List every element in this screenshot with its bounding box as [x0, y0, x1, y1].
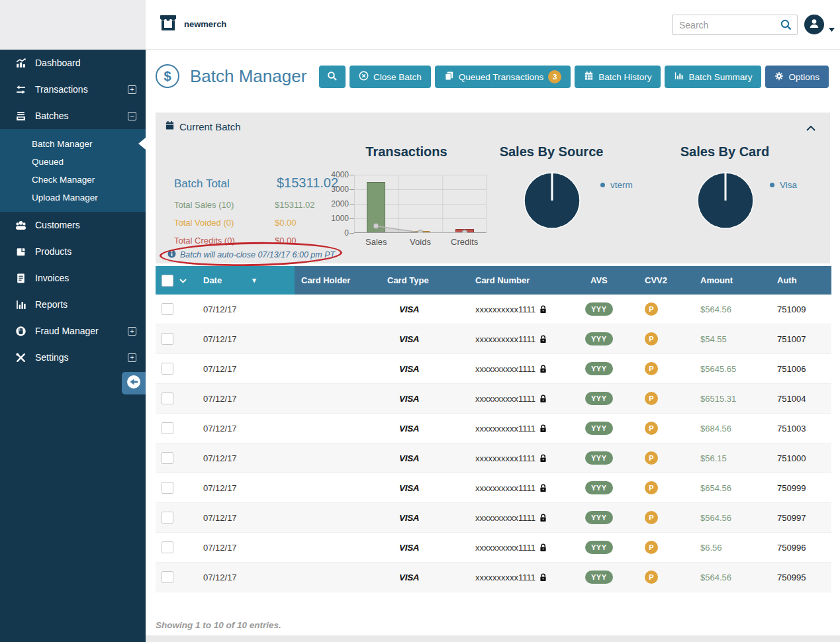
options-button[interactable]: Options — [765, 66, 829, 88]
sidebar-item-batch-manager[interactable]: Batch Manager — [0, 135, 146, 153]
lock-icon[interactable] — [539, 394, 547, 403]
sidebar-item-label: Settings — [35, 352, 69, 363]
row-checkbox[interactable] — [162, 392, 173, 404]
row-checkbox[interactable] — [162, 333, 173, 345]
y-tick-mark — [350, 175, 354, 175]
stat-value: $15311.02 — [275, 200, 315, 210]
column-header-avs[interactable]: AVS — [583, 275, 635, 285]
settings-tools-icon — [15, 352, 26, 363]
transactions-plot — [354, 175, 487, 233]
bar-chart-icon — [674, 71, 684, 83]
row-checkbox[interactable] — [162, 482, 173, 494]
cell-auth: 751004 — [761, 394, 831, 404]
column-header-cvv2[interactable]: CVV2 — [635, 275, 688, 285]
column-header-card-type[interactable]: Card Type — [381, 275, 463, 285]
sidebar-item-fraud-manager[interactable]: Fraud Manager + — [0, 318, 146, 344]
column-header-card-number[interactable]: Card Number — [463, 275, 583, 285]
lock-icon[interactable] — [539, 573, 547, 582]
column-header-auth[interactable]: Auth — [761, 275, 831, 285]
cell-auth: 750995 — [761, 573, 831, 582]
calendar-icon — [165, 120, 175, 132]
column-header-date[interactable]: Date ▾ — [195, 266, 295, 295]
row-checkbox[interactable] — [162, 571, 173, 583]
row-checkbox[interactable] — [162, 303, 173, 315]
cell-date: 07/12/17 — [195, 364, 295, 374]
sidebar-item-check-manager[interactable]: Check Manager — [0, 171, 146, 189]
batches-submenu: Batch Manager Queued Check Manager Uploa… — [0, 129, 146, 212]
row-checkbox[interactable] — [162, 512, 173, 524]
cell-avs: YYY — [583, 362, 635, 375]
transactions-icon — [15, 84, 26, 95]
table-header: Date ▾ Card Holder Card Type Card Number… — [156, 266, 831, 295]
legend-visa[interactable]: Visa — [770, 180, 797, 190]
chevron-down-icon[interactable] — [179, 275, 187, 285]
cell-auth: 751000 — [761, 453, 831, 463]
sidebar-item-queued[interactable]: Queued — [0, 153, 146, 171]
sidebar-item-products[interactable]: Products — [0, 238, 146, 265]
collapse-icon[interactable]: − — [128, 112, 136, 120]
brand-logo[interactable]: newmerch — [158, 13, 226, 34]
sidebar-item-upload-manager[interactable]: Upload Manager — [0, 189, 146, 206]
lock-icon[interactable] — [539, 335, 547, 344]
sidebar-item-transactions[interactable]: Transactions + — [0, 76, 146, 103]
lock-icon[interactable] — [539, 543, 547, 552]
search-icon[interactable] — [780, 19, 792, 34]
user-avatar[interactable] — [804, 15, 824, 34]
row-checkbox[interactable] — [162, 452, 173, 464]
column-header-card-holder[interactable]: Card Holder — [295, 275, 381, 285]
transactions-x-labels: Sales Voids Credits — [354, 237, 487, 247]
table-row: 07/12/17VISAxxxxxxxxxx1111YYYP$6515.3175… — [156, 384, 831, 414]
sub-item-label: Check Manager — [32, 175, 95, 185]
current-batch-panel: Current Batch Batch Total $15311.02 Tota… — [156, 113, 830, 263]
lock-icon[interactable] — [539, 514, 547, 522]
trend-point — [462, 230, 467, 233]
sidebar-item-reports[interactable]: Reports — [0, 291, 146, 318]
search-button[interactable] — [319, 66, 346, 88]
expand-icon[interactable]: + — [128, 353, 136, 362]
lock-icon[interactable] — [539, 454, 547, 463]
cell-auth: 751006 — [761, 364, 831, 374]
batch-history-button[interactable]: Batch History — [575, 66, 661, 88]
auto-close-note: Batch will auto-close 07/13/17 6:00 pm P… — [167, 250, 335, 260]
brand-name: newmerch — [184, 19, 226, 29]
column-header-amount[interactable]: Amount — [688, 275, 761, 285]
lock-icon[interactable] — [539, 424, 547, 433]
expand-icon[interactable]: + — [128, 327, 136, 336]
cell-avs: YYY — [583, 302, 635, 316]
lock-icon[interactable] — [539, 484, 547, 492]
search-input[interactable] — [672, 15, 798, 35]
select-all-checkbox[interactable] — [162, 275, 173, 287]
sidebar-item-dashboard[interactable]: Dashboard — [0, 50, 146, 76]
sort-caret-icon: ▾ — [252, 276, 256, 285]
row-checkbox[interactable] — [162, 363, 173, 375]
cell-amount: $564.56 — [688, 573, 761, 582]
row-checkbox[interactable] — [162, 541, 173, 553]
sidebar-item-batches[interactable]: Batches − — [0, 103, 146, 129]
cell-card-number: xxxxxxxxxx1111 — [463, 543, 583, 553]
trend-point — [373, 223, 379, 228]
close-batch-button[interactable]: Close Batch — [350, 66, 431, 88]
cell-date: 07/12/17 — [195, 304, 295, 314]
sidebar-collapse-button[interactable] — [122, 372, 146, 394]
chevron-up-icon[interactable] — [806, 122, 816, 134]
queued-transactions-button[interactable]: Queued Transactions 3 — [435, 66, 571, 88]
cell-card-type: VISA — [381, 543, 463, 553]
cvv2-badge: P — [645, 332, 658, 345]
sidebar-item-settings[interactable]: Settings + — [0, 344, 146, 371]
lock-icon[interactable] — [539, 305, 547, 314]
chevron-down-icon[interactable] — [829, 23, 835, 34]
batch-summary-button[interactable]: Batch Summary — [665, 66, 761, 88]
lock-icon[interactable] — [539, 365, 547, 373]
legend-vterm[interactable]: vterm — [600, 180, 633, 190]
sidebar-item-customers[interactable]: Customers — [0, 212, 146, 238]
cell-card-type: VISA — [381, 573, 463, 582]
cell-amount: $564.56 — [688, 304, 761, 314]
sub-item-label: Queued — [32, 157, 64, 167]
row-checkbox[interactable] — [162, 422, 173, 434]
cell-amount: $6.56 — [688, 543, 761, 553]
avs-badge: YYY — [585, 451, 613, 465]
cell-cvv2: P — [635, 332, 688, 345]
expand-icon[interactable]: + — [128, 85, 136, 94]
sidebar-item-invoices[interactable]: Invoices — [0, 265, 146, 291]
avs-badge: YYY — [585, 422, 613, 435]
